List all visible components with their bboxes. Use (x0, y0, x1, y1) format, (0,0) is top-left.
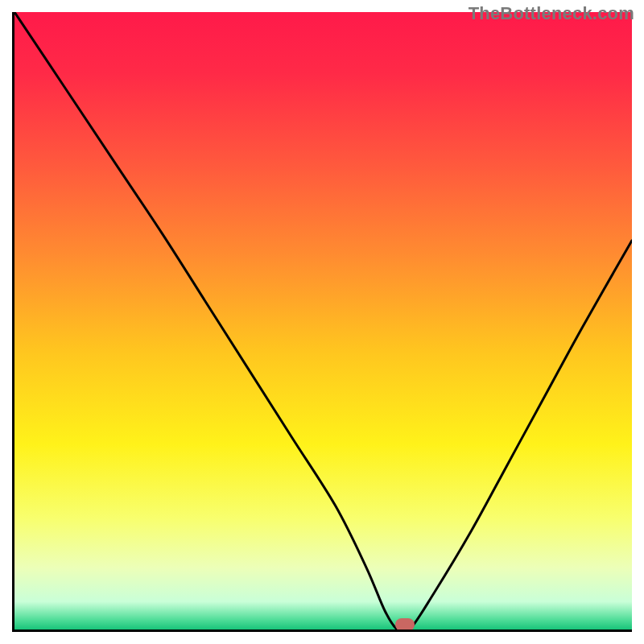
bottleneck-curve (14, 12, 632, 630)
plot-area (12, 12, 632, 632)
watermark-label: TheBottleneck.com (469, 3, 634, 24)
bottleneck-chart: TheBottleneck.com (0, 0, 644, 644)
optimal-point-marker (395, 618, 415, 631)
